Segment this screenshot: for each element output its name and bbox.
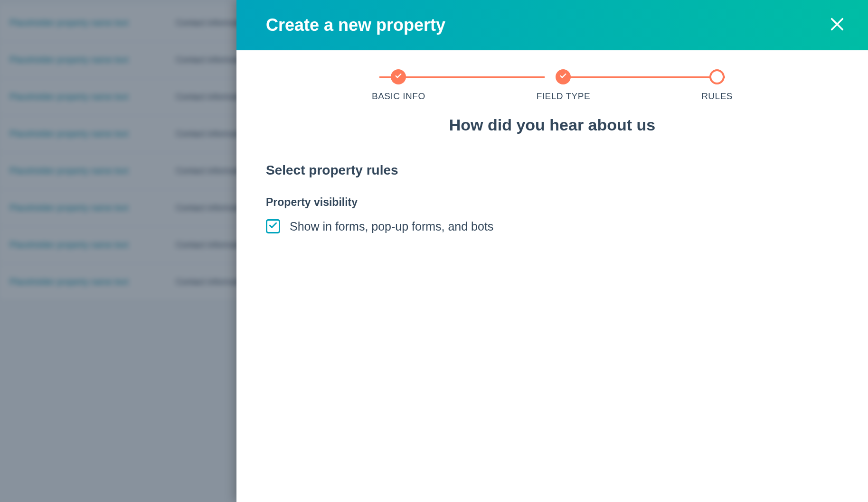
step-rules[interactable]: RULES xyxy=(701,69,733,102)
step-field-type[interactable]: FIELD TYPE xyxy=(537,69,590,102)
panel-body: BASIC INFO FIELD TYPE RULES How did you … xyxy=(236,50,868,502)
stepper: BASIC INFO FIELD TYPE RULES xyxy=(372,69,733,102)
show-in-forms-label: Show in forms, pop-up forms, and bots xyxy=(290,220,493,233)
check-icon xyxy=(395,72,402,82)
visibility-checkbox-row: Show in forms, pop-up forms, and bots xyxy=(266,219,839,233)
visibility-title: Property visibility xyxy=(266,196,839,209)
step-label: FIELD TYPE xyxy=(537,91,590,102)
close-icon xyxy=(829,16,845,34)
step-label: RULES xyxy=(701,91,733,102)
close-button[interactable] xyxy=(829,16,845,34)
section-title: Select property rules xyxy=(266,163,839,178)
property-name-heading: How did you hear about us xyxy=(266,116,839,134)
panel-header: Create a new property xyxy=(236,0,868,50)
step-label: BASIC INFO xyxy=(372,91,425,102)
check-icon xyxy=(268,221,278,232)
step-basic-info[interactable]: BASIC INFO xyxy=(372,69,425,102)
create-property-panel: Create a new property xyxy=(236,0,868,502)
panel-title: Create a new property xyxy=(266,15,445,35)
check-icon xyxy=(559,72,567,82)
show-in-forms-checkbox[interactable] xyxy=(266,219,280,233)
